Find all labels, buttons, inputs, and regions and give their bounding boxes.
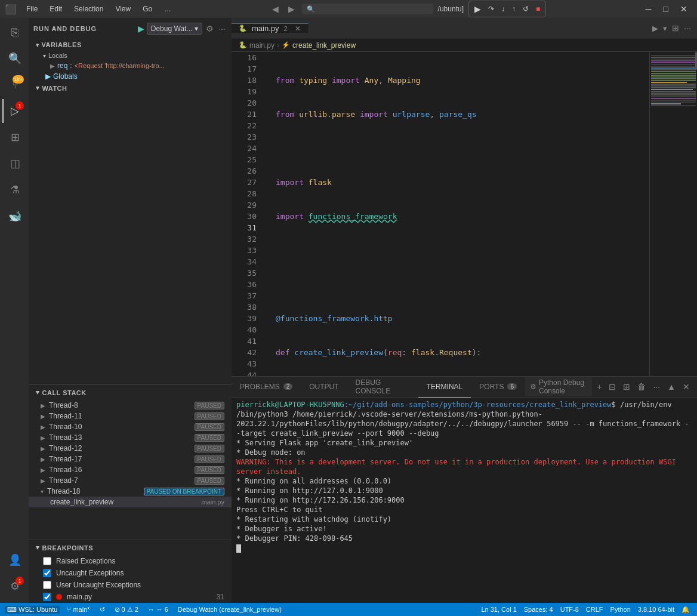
position-status[interactable]: Ln 31, Col 1 xyxy=(479,606,519,613)
activity-accounts[interactable]: 👤 xyxy=(2,548,26,572)
frame-file: main.py xyxy=(201,498,224,506)
output-tab[interactable]: OUTPUT xyxy=(301,377,347,398)
maximize-panel-button[interactable]: ▲ xyxy=(665,381,678,393)
bp-main-py[interactable]: main.py 31 xyxy=(29,591,232,603)
active-stack-frame[interactable]: create_link_preview main.py xyxy=(29,497,232,507)
variables-header[interactable]: ▾ VARIABLES xyxy=(29,39,232,51)
thread-18-name: ▾ Thread-18 xyxy=(41,487,80,495)
req-name: req xyxy=(57,61,67,70)
terminal-session-label[interactable]: ⚙ Python Debug Console xyxy=(525,377,592,396)
close-panel-button[interactable]: ✕ xyxy=(680,381,692,393)
bp-raised-exceptions[interactable]: Raised Exceptions xyxy=(29,555,232,567)
activity-search[interactable]: 🔍 xyxy=(2,47,26,70)
version-status[interactable]: 3.8.10 64-bit xyxy=(636,606,677,613)
thread-13[interactable]: ▶ Thread-13 PAUSED xyxy=(29,432,232,443)
maximize-button[interactable]: □ xyxy=(659,3,673,15)
trash-terminal-button[interactable]: 🗑 xyxy=(635,381,648,393)
code-line-20: import functions_framework xyxy=(266,211,602,222)
step-out-button[interactable]: ↑ xyxy=(509,3,519,15)
wsl-status[interactable]: ⌨ WSL: Ubuntu xyxy=(5,606,60,614)
errors-status[interactable]: ⊘ 0 ⚠ 2 xyxy=(112,606,141,614)
terminal-more-button[interactable]: ⊟ xyxy=(606,381,618,393)
code-editor: 1617181920 2122232425 2627282930 31 3233… xyxy=(232,52,649,376)
problems-tab[interactable]: PROBLEMS 2 xyxy=(232,377,301,398)
terminal-tab[interactable]: TERMINAL xyxy=(418,377,471,398)
more-button[interactable]: ··· xyxy=(217,23,227,35)
thread-11[interactable]: ▶ Thread-11 PAUSED xyxy=(29,411,232,421)
thread-16[interactable]: ▶ Thread-16 PAUSED xyxy=(29,464,232,475)
settings-button[interactable]: ⚙ xyxy=(205,23,215,35)
thread-8[interactable]: ▶ Thread-8 PAUSED xyxy=(29,400,232,411)
menu-selection[interactable]: Selection xyxy=(69,4,108,14)
user-uncaught-checkbox[interactable] xyxy=(43,581,51,589)
main-py-tab[interactable]: 🐍 main.py 2 ✕ xyxy=(232,23,309,33)
debug-arrow-23 xyxy=(266,313,276,324)
global-search[interactable] xyxy=(317,5,428,13)
encoding-status[interactable]: UTF-8 xyxy=(558,606,581,613)
activity-remote[interactable]: ◫ xyxy=(2,152,26,175)
sync-status[interactable]: ↺ xyxy=(97,606,107,614)
spaces-status[interactable]: Spaces: 4 xyxy=(522,606,556,613)
language-status[interactable]: Python xyxy=(608,606,633,613)
terminal-options-button[interactable]: ··· xyxy=(650,381,662,393)
code-content[interactable]: from typing import Any, Mapping from url… xyxy=(261,52,649,376)
menu-view[interactable]: View xyxy=(110,4,135,14)
activity-explorer[interactable]: ⎘ xyxy=(2,20,26,44)
call-stack-header[interactable]: ▾ CALL STACK xyxy=(29,385,232,400)
watch-header[interactable]: ▾ WATCH xyxy=(29,82,232,94)
terminal-content[interactable]: pierrickk@LAPTOP-HKU5PNNG:~/git/add-ons-… xyxy=(232,398,697,603)
step-into-button[interactable]: ↓ xyxy=(498,3,508,15)
req-variable[interactable]: ▶ req : <Request 'http://charming-tro... xyxy=(29,60,232,71)
menu-go[interactable]: Go xyxy=(138,4,157,14)
activity-test[interactable]: ⚗ xyxy=(2,178,26,202)
breakpoints-header[interactable]: ▾ BREAKPOINTS xyxy=(29,540,232,555)
stop-button[interactable]: ■ xyxy=(533,3,543,15)
minimize-button[interactable]: ─ xyxy=(641,3,656,15)
close-button[interactable]: ✕ xyxy=(676,3,692,15)
menu-more[interactable]: ... xyxy=(159,4,175,14)
notifications-status[interactable]: 🔔 xyxy=(679,606,692,614)
uncaught-exceptions-checkbox[interactable] xyxy=(43,569,51,577)
breadcrumb-file[interactable]: main.py xyxy=(249,41,275,50)
more-editor-button[interactable]: ··· xyxy=(683,22,692,34)
debug-config-selector[interactable]: Debug Wat... ▾ xyxy=(147,23,203,35)
tab-close-button[interactable]: ✕ xyxy=(295,24,301,33)
activity-docker[interactable]: 🐋 xyxy=(2,204,26,228)
menu-file[interactable]: File xyxy=(21,4,42,14)
debug-ports-status[interactable]: ↔ ↔ 6 xyxy=(146,606,171,613)
restart-button[interactable]: ↺ xyxy=(520,3,532,15)
menu-edit[interactable]: Edit xyxy=(45,4,67,14)
run-file-button[interactable]: ▶ xyxy=(651,23,659,34)
split-editor-button[interactable]: ⊞ xyxy=(671,22,680,34)
run-dropdown-button[interactable]: ▾ xyxy=(662,23,668,34)
activity-settings[interactable]: ⚙ 1 xyxy=(2,574,26,598)
activity-source-control[interactable]: ⑂ 1k+ xyxy=(2,73,26,97)
thread-10[interactable]: ▶ Thread-10 PAUSED xyxy=(29,421,232,432)
globals-header[interactable]: ▶ Globals xyxy=(29,71,232,82)
add-terminal-button[interactable]: + xyxy=(594,381,604,393)
debug-session-status[interactable]: Debug Watch (create_link_preview) xyxy=(175,606,284,613)
forward-button[interactable]: ▶ xyxy=(286,3,297,15)
branch-status[interactable]: ⑂ main* xyxy=(64,606,92,613)
thread-18[interactable]: ▾ Thread-18 PAUSED ON BREAKPOINT xyxy=(29,486,232,497)
debug-console-tab[interactable]: DEBUG CONSOLE xyxy=(347,377,418,398)
raised-exceptions-checkbox[interactable] xyxy=(43,557,51,565)
ports-tab[interactable]: PORTS 6 xyxy=(471,377,525,398)
back-button[interactable]: ◀ xyxy=(270,3,281,15)
thread-7[interactable]: ▶ Thread-7 PAUSED xyxy=(29,475,232,486)
locals-header[interactable]: ▾ Locals xyxy=(29,51,232,60)
step-over-button[interactable]: ↷ xyxy=(485,3,497,15)
line-ending-status[interactable]: CRLF xyxy=(584,606,606,613)
activity-run-debug[interactable]: ▷ 1 xyxy=(2,99,26,123)
bp-user-uncaught[interactable]: User Uncaught Exceptions xyxy=(29,579,232,591)
thread-17[interactable]: ▶ Thread-17 PAUSED xyxy=(29,454,232,464)
thread-12-arrow: ▶ xyxy=(41,445,45,452)
continue-button[interactable]: ▶ xyxy=(471,2,484,16)
activity-extensions[interactable]: ⊞ xyxy=(2,125,26,149)
thread-12[interactable]: ▶ Thread-12 PAUSED xyxy=(29,443,232,454)
breadcrumb-func[interactable]: create_link_preview xyxy=(292,41,356,50)
main-py-checkbox[interactable] xyxy=(43,593,51,601)
split-terminal-button[interactable]: ⊞ xyxy=(621,381,633,393)
bp-uncaught-exceptions[interactable]: Uncaught Exceptions xyxy=(29,567,232,579)
run-play-button[interactable]: ▶ xyxy=(138,24,144,33)
